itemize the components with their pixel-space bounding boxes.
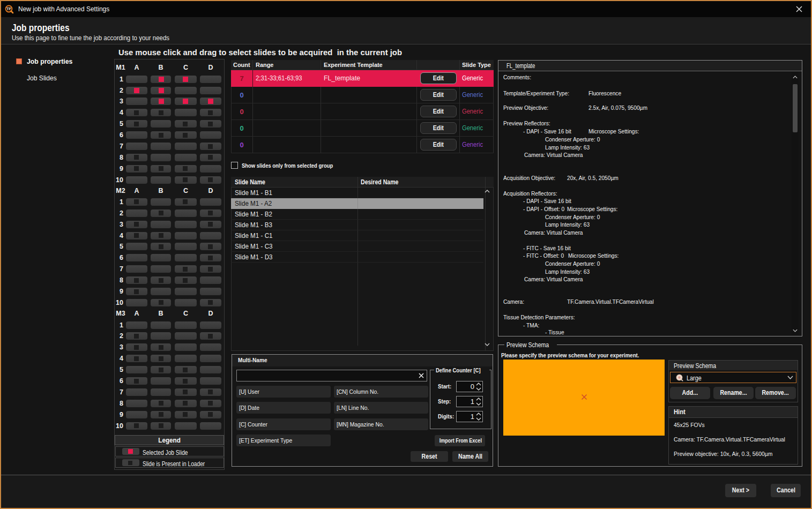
svg-text:TF: TF	[6, 6, 12, 11]
